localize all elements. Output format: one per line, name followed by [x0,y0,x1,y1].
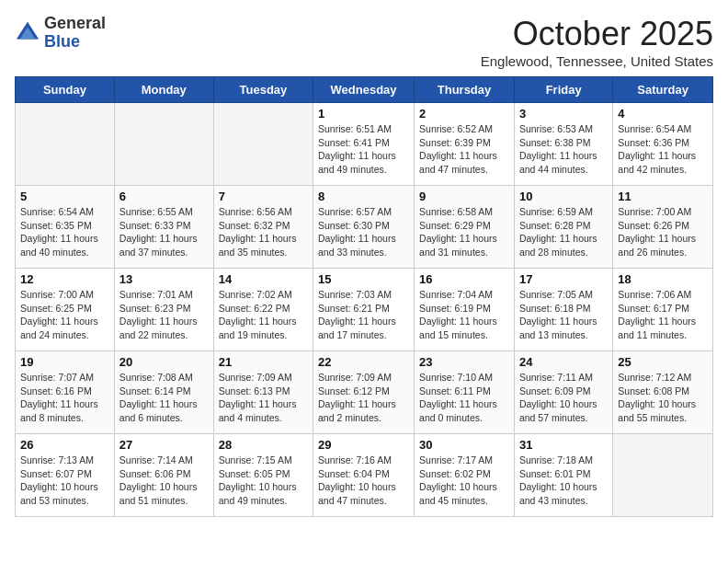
day-header-friday: Friday [514,77,612,103]
calendar-cell: 5Sunrise: 6:54 AMSunset: 6:35 PMDaylight… [16,186,115,269]
cell-content: Sunrise: 7:11 AMSunset: 6:09 PMDaylight:… [519,371,608,425]
day-number: 13 [119,272,209,286]
calendar-week-3: 19Sunrise: 7:07 AMSunset: 6:16 PMDayligh… [16,351,713,434]
cell-content: Sunrise: 6:59 AMSunset: 6:28 PMDaylight:… [519,205,608,259]
cell-content: Sunrise: 7:10 AMSunset: 6:11 PMDaylight:… [419,371,509,425]
calendar-cell: 29Sunrise: 7:16 AMSunset: 6:04 PMDayligh… [313,434,415,517]
cell-content: Sunrise: 7:15 AMSunset: 6:05 PMDaylight:… [219,454,308,508]
day-number: 14 [219,272,308,286]
calendar-cell: 31Sunrise: 7:18 AMSunset: 6:01 PMDayligh… [514,434,612,517]
calendar-week-0: 1Sunrise: 6:51 AMSunset: 6:41 PMDaylight… [16,103,713,186]
cell-content: Sunrise: 7:04 AMSunset: 6:19 PMDaylight:… [419,288,509,342]
calendar-cell: 2Sunrise: 6:52 AMSunset: 6:39 PMDaylight… [415,103,515,186]
title-block: October 2025 Englewood, Tennessee, Unite… [481,15,713,69]
day-number: 30 [419,438,509,452]
page-header: General Blue October 2025 Englewood, Ten… [15,15,713,69]
day-number: 28 [219,438,308,452]
cell-content: Sunrise: 7:09 AMSunset: 6:12 PMDaylight:… [318,371,409,425]
cell-content: Sunrise: 7:13 AMSunset: 6:07 PMDaylight:… [20,454,109,508]
cell-content: Sunrise: 6:55 AMSunset: 6:33 PMDaylight:… [119,205,209,259]
calendar-cell: 22Sunrise: 7:09 AMSunset: 6:12 PMDayligh… [313,351,415,434]
day-number: 3 [519,107,608,121]
calendar-cell: 13Sunrise: 7:01 AMSunset: 6:23 PMDayligh… [114,269,213,351]
day-number: 24 [519,355,608,369]
calendar-cell: 4Sunrise: 6:54 AMSunset: 6:36 PMDaylight… [613,103,713,186]
calendar-cell: 12Sunrise: 7:00 AMSunset: 6:25 PMDayligh… [16,269,115,351]
cell-content: Sunrise: 6:57 AMSunset: 6:30 PMDaylight:… [318,205,409,259]
cell-content: Sunrise: 7:17 AMSunset: 6:02 PMDaylight:… [419,454,509,508]
calendar-cell: 17Sunrise: 7:05 AMSunset: 6:18 PMDayligh… [514,269,612,351]
cell-content: Sunrise: 7:16 AMSunset: 6:04 PMDaylight:… [318,454,409,508]
calendar-cell: 7Sunrise: 6:56 AMSunset: 6:32 PMDaylight… [213,186,313,269]
calendar-cell [613,434,713,517]
day-number: 23 [419,355,509,369]
day-number: 18 [618,272,708,286]
calendar-cell: 19Sunrise: 7:07 AMSunset: 6:16 PMDayligh… [16,351,115,434]
day-header-wednesday: Wednesday [313,77,415,103]
day-number: 7 [219,190,308,203]
cell-content: Sunrise: 7:01 AMSunset: 6:23 PMDaylight:… [119,288,209,342]
cell-content: Sunrise: 7:00 AMSunset: 6:26 PMDaylight:… [618,205,708,259]
day-number: 22 [318,355,409,369]
calendar-cell: 24Sunrise: 7:11 AMSunset: 6:09 PMDayligh… [514,351,612,434]
calendar-week-2: 12Sunrise: 7:00 AMSunset: 6:25 PMDayligh… [16,269,713,351]
day-number: 17 [519,272,608,286]
calendar-cell: 26Sunrise: 7:13 AMSunset: 6:07 PMDayligh… [16,434,115,517]
cell-content: Sunrise: 7:02 AMSunset: 6:22 PMDaylight:… [219,288,308,342]
calendar-cell: 3Sunrise: 6:53 AMSunset: 6:38 PMDaylight… [514,103,612,186]
day-number: 29 [318,438,409,452]
calendar-cell: 14Sunrise: 7:02 AMSunset: 6:22 PMDayligh… [213,269,313,351]
day-number: 26 [20,438,109,452]
day-number: 6 [119,190,209,203]
calendar-cell: 20Sunrise: 7:08 AMSunset: 6:14 PMDayligh… [114,351,213,434]
day-number: 9 [419,190,509,203]
calendar-cell: 30Sunrise: 7:17 AMSunset: 6:02 PMDayligh… [415,434,515,517]
month-title: October 2025 [481,15,713,53]
day-number: 19 [20,355,109,369]
cell-content: Sunrise: 6:56 AMSunset: 6:32 PMDaylight:… [219,205,308,259]
cell-content: Sunrise: 7:00 AMSunset: 6:25 PMDaylight:… [20,288,109,342]
day-header-saturday: Saturday [613,77,713,103]
day-number: 27 [119,438,209,452]
cell-content: Sunrise: 6:51 AMSunset: 6:41 PMDaylight:… [318,122,409,177]
calendar-cell: 9Sunrise: 6:58 AMSunset: 6:29 PMDaylight… [415,186,515,269]
calendar-cell [16,103,115,186]
cell-content: Sunrise: 6:58 AMSunset: 6:29 PMDaylight:… [419,205,509,259]
cell-content: Sunrise: 7:14 AMSunset: 6:06 PMDaylight:… [119,454,209,508]
cell-content: Sunrise: 6:54 AMSunset: 6:36 PMDaylight:… [618,122,708,177]
day-number: 4 [618,107,708,121]
location: Englewood, Tennessee, United States [481,53,713,69]
calendar-cell: 25Sunrise: 7:12 AMSunset: 6:08 PMDayligh… [613,351,713,434]
day-number: 20 [119,355,209,369]
cell-content: Sunrise: 6:53 AMSunset: 6:38 PMDaylight:… [519,122,608,177]
cell-content: Sunrise: 7:07 AMSunset: 6:16 PMDaylight:… [20,371,109,425]
cell-content: Sunrise: 7:18 AMSunset: 6:01 PMDaylight:… [519,454,608,508]
calendar-week-4: 26Sunrise: 7:13 AMSunset: 6:07 PMDayligh… [16,434,713,517]
day-header-monday: Monday [114,77,213,103]
calendar-cell: 16Sunrise: 7:04 AMSunset: 6:19 PMDayligh… [415,269,515,351]
day-number: 31 [519,438,608,452]
days-header-row: SundayMondayTuesdayWednesdayThursdayFrid… [16,77,713,103]
calendar-cell: 18Sunrise: 7:06 AMSunset: 6:17 PMDayligh… [613,269,713,351]
cell-content: Sunrise: 7:05 AMSunset: 6:18 PMDaylight:… [519,288,608,342]
day-number: 1 [318,107,409,121]
calendar-cell: 21Sunrise: 7:09 AMSunset: 6:13 PMDayligh… [213,351,313,434]
calendar-cell: 1Sunrise: 6:51 AMSunset: 6:41 PMDaylight… [313,103,415,186]
day-number: 8 [318,190,409,203]
day-header-tuesday: Tuesday [213,77,313,103]
day-header-thursday: Thursday [415,77,515,103]
day-number: 21 [219,355,308,369]
day-number: 11 [618,190,708,203]
calendar-cell: 27Sunrise: 7:14 AMSunset: 6:06 PMDayligh… [114,434,213,517]
day-number: 16 [419,272,509,286]
calendar-week-1: 5Sunrise: 6:54 AMSunset: 6:35 PMDaylight… [16,186,713,269]
day-number: 15 [318,272,409,286]
cell-content: Sunrise: 7:09 AMSunset: 6:13 PMDaylight:… [219,371,308,425]
day-number: 12 [20,272,109,286]
cell-content: Sunrise: 7:12 AMSunset: 6:08 PMDaylight:… [618,371,708,425]
cell-content: Sunrise: 6:52 AMSunset: 6:39 PMDaylight:… [419,122,509,177]
calendar-table: SundayMondayTuesdayWednesdayThursdayFrid… [15,76,713,517]
logo-text: General Blue [44,15,106,52]
calendar-cell [213,103,313,186]
day-number: 25 [618,355,708,369]
